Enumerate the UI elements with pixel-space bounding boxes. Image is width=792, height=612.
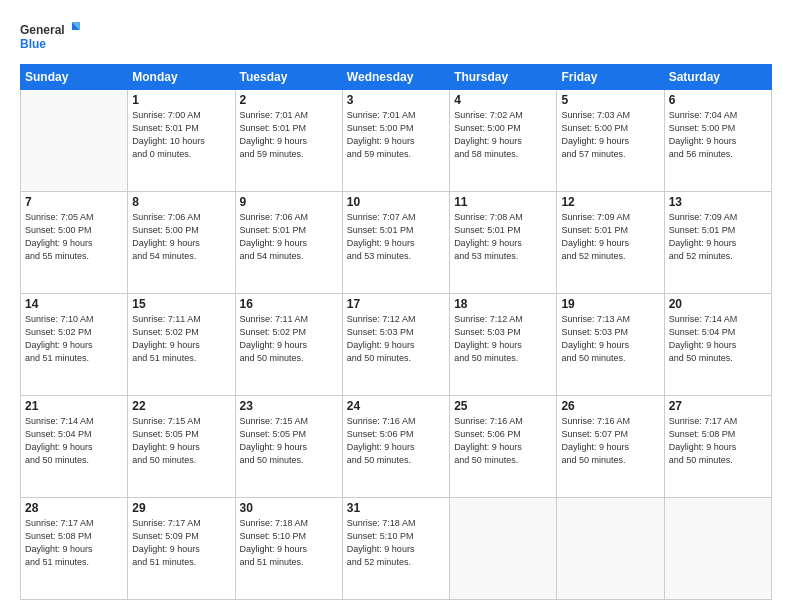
page: General Blue SundayMondayTuesdayWednesda…: [0, 0, 792, 612]
day-info: Sunrise: 7:06 AMSunset: 5:00 PMDaylight:…: [132, 211, 230, 263]
day-info: Sunrise: 7:01 AMSunset: 5:01 PMDaylight:…: [240, 109, 338, 161]
day-info: Sunrise: 7:09 AMSunset: 5:01 PMDaylight:…: [561, 211, 659, 263]
day-info: Sunrise: 7:07 AMSunset: 5:01 PMDaylight:…: [347, 211, 445, 263]
calendar-week-2: 7Sunrise: 7:05 AMSunset: 5:00 PMDaylight…: [21, 192, 772, 294]
calendar-cell: 3Sunrise: 7:01 AMSunset: 5:00 PMDaylight…: [342, 90, 449, 192]
calendar-cell: 26Sunrise: 7:16 AMSunset: 5:07 PMDayligh…: [557, 396, 664, 498]
day-info: Sunrise: 7:04 AMSunset: 5:00 PMDaylight:…: [669, 109, 767, 161]
calendar-cell: 5Sunrise: 7:03 AMSunset: 5:00 PMDaylight…: [557, 90, 664, 192]
day-number: 16: [240, 297, 338, 311]
header: General Blue: [20, 18, 772, 54]
day-info: Sunrise: 7:14 AMSunset: 5:04 PMDaylight:…: [669, 313, 767, 365]
day-number: 13: [669, 195, 767, 209]
day-number: 26: [561, 399, 659, 413]
day-info: Sunrise: 7:17 AMSunset: 5:08 PMDaylight:…: [25, 517, 123, 569]
calendar-cell: 10Sunrise: 7:07 AMSunset: 5:01 PMDayligh…: [342, 192, 449, 294]
calendar-cell: [664, 498, 771, 600]
day-number: 4: [454, 93, 552, 107]
calendar-cell: 18Sunrise: 7:12 AMSunset: 5:03 PMDayligh…: [450, 294, 557, 396]
day-number: 20: [669, 297, 767, 311]
day-number: 25: [454, 399, 552, 413]
day-number: 30: [240, 501, 338, 515]
calendar-week-3: 14Sunrise: 7:10 AMSunset: 5:02 PMDayligh…: [21, 294, 772, 396]
day-number: 29: [132, 501, 230, 515]
calendar-cell: 20Sunrise: 7:14 AMSunset: 5:04 PMDayligh…: [664, 294, 771, 396]
calendar-cell: 11Sunrise: 7:08 AMSunset: 5:01 PMDayligh…: [450, 192, 557, 294]
day-number: 28: [25, 501, 123, 515]
calendar-cell: 15Sunrise: 7:11 AMSunset: 5:02 PMDayligh…: [128, 294, 235, 396]
day-number: 18: [454, 297, 552, 311]
day-info: Sunrise: 7:17 AMSunset: 5:09 PMDaylight:…: [132, 517, 230, 569]
calendar-cell: 13Sunrise: 7:09 AMSunset: 5:01 PMDayligh…: [664, 192, 771, 294]
calendar-cell: 23Sunrise: 7:15 AMSunset: 5:05 PMDayligh…: [235, 396, 342, 498]
day-info: Sunrise: 7:11 AMSunset: 5:02 PMDaylight:…: [132, 313, 230, 365]
day-info: Sunrise: 7:18 AMSunset: 5:10 PMDaylight:…: [240, 517, 338, 569]
day-info: Sunrise: 7:18 AMSunset: 5:10 PMDaylight:…: [347, 517, 445, 569]
day-info: Sunrise: 7:05 AMSunset: 5:00 PMDaylight:…: [25, 211, 123, 263]
calendar-cell: 7Sunrise: 7:05 AMSunset: 5:00 PMDaylight…: [21, 192, 128, 294]
day-number: 7: [25, 195, 123, 209]
day-number: 12: [561, 195, 659, 209]
calendar-cell: 24Sunrise: 7:16 AMSunset: 5:06 PMDayligh…: [342, 396, 449, 498]
day-info: Sunrise: 7:12 AMSunset: 5:03 PMDaylight:…: [454, 313, 552, 365]
logo: General Blue: [20, 18, 80, 54]
calendar-table: SundayMondayTuesdayWednesdayThursdayFrid…: [20, 64, 772, 600]
calendar-cell: 14Sunrise: 7:10 AMSunset: 5:02 PMDayligh…: [21, 294, 128, 396]
calendar-week-5: 28Sunrise: 7:17 AMSunset: 5:08 PMDayligh…: [21, 498, 772, 600]
day-info: Sunrise: 7:13 AMSunset: 5:03 PMDaylight:…: [561, 313, 659, 365]
day-info: Sunrise: 7:15 AMSunset: 5:05 PMDaylight:…: [132, 415, 230, 467]
svg-text:General: General: [20, 23, 65, 37]
day-info: Sunrise: 7:01 AMSunset: 5:00 PMDaylight:…: [347, 109, 445, 161]
day-number: 24: [347, 399, 445, 413]
day-header-sunday: Sunday: [21, 65, 128, 90]
calendar-cell: [450, 498, 557, 600]
calendar-cell: 1Sunrise: 7:00 AMSunset: 5:01 PMDaylight…: [128, 90, 235, 192]
day-number: 17: [347, 297, 445, 311]
day-header-monday: Monday: [128, 65, 235, 90]
day-info: Sunrise: 7:17 AMSunset: 5:08 PMDaylight:…: [669, 415, 767, 467]
day-number: 6: [669, 93, 767, 107]
calendar-header-row: SundayMondayTuesdayWednesdayThursdayFrid…: [21, 65, 772, 90]
day-info: Sunrise: 7:16 AMSunset: 5:06 PMDaylight:…: [347, 415, 445, 467]
calendar-cell: 19Sunrise: 7:13 AMSunset: 5:03 PMDayligh…: [557, 294, 664, 396]
day-number: 8: [132, 195, 230, 209]
calendar-cell: 9Sunrise: 7:06 AMSunset: 5:01 PMDaylight…: [235, 192, 342, 294]
day-info: Sunrise: 7:10 AMSunset: 5:02 PMDaylight:…: [25, 313, 123, 365]
day-number: 31: [347, 501, 445, 515]
day-number: 2: [240, 93, 338, 107]
calendar-cell: [21, 90, 128, 192]
calendar-cell: 16Sunrise: 7:11 AMSunset: 5:02 PMDayligh…: [235, 294, 342, 396]
calendar-cell: 2Sunrise: 7:01 AMSunset: 5:01 PMDaylight…: [235, 90, 342, 192]
calendar-week-4: 21Sunrise: 7:14 AMSunset: 5:04 PMDayligh…: [21, 396, 772, 498]
calendar-cell: 8Sunrise: 7:06 AMSunset: 5:00 PMDaylight…: [128, 192, 235, 294]
calendar-cell: 31Sunrise: 7:18 AMSunset: 5:10 PMDayligh…: [342, 498, 449, 600]
day-number: 27: [669, 399, 767, 413]
day-number: 10: [347, 195, 445, 209]
svg-text:Blue: Blue: [20, 37, 46, 51]
day-number: 15: [132, 297, 230, 311]
day-number: 14: [25, 297, 123, 311]
day-info: Sunrise: 7:15 AMSunset: 5:05 PMDaylight:…: [240, 415, 338, 467]
calendar-cell: 29Sunrise: 7:17 AMSunset: 5:09 PMDayligh…: [128, 498, 235, 600]
calendar-cell: 22Sunrise: 7:15 AMSunset: 5:05 PMDayligh…: [128, 396, 235, 498]
calendar-cell: 21Sunrise: 7:14 AMSunset: 5:04 PMDayligh…: [21, 396, 128, 498]
day-info: Sunrise: 7:12 AMSunset: 5:03 PMDaylight:…: [347, 313, 445, 365]
day-info: Sunrise: 7:03 AMSunset: 5:00 PMDaylight:…: [561, 109, 659, 161]
logo-svg: General Blue: [20, 18, 80, 54]
day-info: Sunrise: 7:08 AMSunset: 5:01 PMDaylight:…: [454, 211, 552, 263]
day-number: 1: [132, 93, 230, 107]
day-header-saturday: Saturday: [664, 65, 771, 90]
calendar-cell: 27Sunrise: 7:17 AMSunset: 5:08 PMDayligh…: [664, 396, 771, 498]
day-number: 23: [240, 399, 338, 413]
day-number: 11: [454, 195, 552, 209]
day-info: Sunrise: 7:06 AMSunset: 5:01 PMDaylight:…: [240, 211, 338, 263]
day-header-thursday: Thursday: [450, 65, 557, 90]
day-number: 19: [561, 297, 659, 311]
day-header-friday: Friday: [557, 65, 664, 90]
day-info: Sunrise: 7:09 AMSunset: 5:01 PMDaylight:…: [669, 211, 767, 263]
day-info: Sunrise: 7:16 AMSunset: 5:06 PMDaylight:…: [454, 415, 552, 467]
day-info: Sunrise: 7:14 AMSunset: 5:04 PMDaylight:…: [25, 415, 123, 467]
day-number: 21: [25, 399, 123, 413]
calendar-cell: 12Sunrise: 7:09 AMSunset: 5:01 PMDayligh…: [557, 192, 664, 294]
calendar-cell: 25Sunrise: 7:16 AMSunset: 5:06 PMDayligh…: [450, 396, 557, 498]
